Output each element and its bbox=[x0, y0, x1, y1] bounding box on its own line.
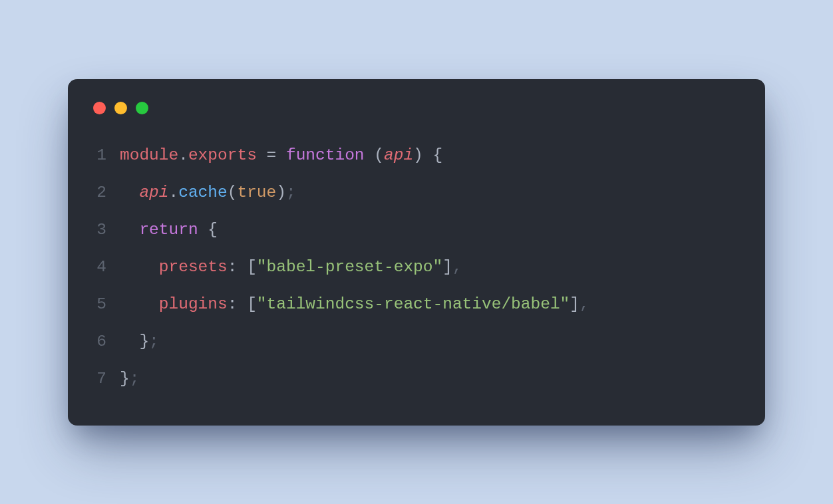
line-number: 7 bbox=[88, 360, 110, 398]
code-line: 7}; bbox=[88, 360, 745, 398]
token: . bbox=[169, 184, 179, 201]
token: ( bbox=[228, 184, 238, 201]
token bbox=[120, 295, 159, 313]
token: = bbox=[267, 146, 277, 164]
token: ) bbox=[276, 184, 286, 201]
line-number: 1 bbox=[88, 137, 110, 174]
token: api bbox=[139, 184, 168, 201]
token: presets bbox=[159, 258, 228, 276]
code-line: 5 plugins: ["tailwindcss-react-native/ba… bbox=[88, 286, 745, 323]
line-content: }; bbox=[110, 360, 139, 398]
code-line: 4 presets: ["babel-preset-expo"], bbox=[88, 249, 745, 286]
token bbox=[365, 146, 375, 164]
line-content: module.exports = function (api) { bbox=[110, 137, 442, 174]
token: true bbox=[237, 184, 276, 201]
token: , bbox=[580, 295, 589, 313]
token bbox=[276, 146, 286, 164]
token: cache bbox=[178, 184, 228, 201]
code-line: 6 }; bbox=[88, 323, 745, 360]
token: ( bbox=[374, 146, 384, 164]
zoom-icon[interactable] bbox=[136, 102, 148, 114]
token: module bbox=[120, 146, 178, 164]
token: : bbox=[228, 295, 238, 313]
token: plugins bbox=[159, 295, 228, 313]
line-content: plugins: ["tailwindcss-react-native/babe… bbox=[110, 286, 589, 323]
code-window: 1module.exports = function (api) {2 api.… bbox=[68, 79, 765, 426]
token: return bbox=[139, 221, 198, 239]
line-content: presets: ["babel-preset-expo"], bbox=[110, 249, 462, 286]
token: ; bbox=[130, 370, 140, 388]
code-line: 3 return { bbox=[88, 211, 745, 249]
token: , bbox=[452, 258, 462, 276]
token: ) bbox=[413, 146, 423, 164]
line-number: 4 bbox=[88, 249, 110, 286]
line-number: 2 bbox=[88, 174, 110, 211]
token: : bbox=[228, 258, 238, 276]
code-block: 1module.exports = function (api) {2 api.… bbox=[88, 137, 745, 398]
window-titlebar bbox=[88, 102, 745, 114]
token: } bbox=[120, 370, 130, 388]
token bbox=[257, 146, 267, 164]
token: ] bbox=[570, 295, 580, 313]
token: ; bbox=[286, 184, 296, 201]
token: { bbox=[433, 146, 443, 164]
token bbox=[198, 221, 208, 239]
token: { bbox=[208, 221, 218, 239]
token: [ bbox=[247, 295, 257, 313]
token bbox=[120, 221, 139, 239]
close-icon[interactable] bbox=[93, 102, 106, 114]
token bbox=[237, 295, 247, 313]
line-number: 5 bbox=[88, 286, 110, 323]
token bbox=[423, 146, 433, 164]
token: [ bbox=[247, 258, 257, 276]
token: "tailwindcss-react-native/babel" bbox=[257, 295, 570, 313]
token bbox=[120, 258, 159, 276]
token: ] bbox=[442, 258, 452, 276]
line-number: 6 bbox=[88, 323, 110, 360]
token bbox=[237, 258, 247, 276]
token: api bbox=[384, 146, 413, 164]
line-content: return { bbox=[110, 211, 218, 249]
code-line: 1module.exports = function (api) { bbox=[88, 137, 745, 174]
minimize-icon[interactable] bbox=[114, 102, 127, 114]
line-content: api.cache(true); bbox=[110, 174, 296, 211]
line-content: }; bbox=[110, 323, 159, 360]
token: ; bbox=[149, 332, 159, 350]
token bbox=[120, 332, 139, 350]
token: . bbox=[178, 146, 188, 164]
token: "babel-preset-expo" bbox=[257, 258, 442, 276]
token bbox=[120, 184, 139, 201]
token: exports bbox=[188, 146, 257, 164]
code-line: 2 api.cache(true); bbox=[88, 174, 745, 211]
token: function bbox=[286, 146, 365, 164]
token: } bbox=[139, 332, 149, 350]
line-number: 3 bbox=[88, 211, 110, 249]
